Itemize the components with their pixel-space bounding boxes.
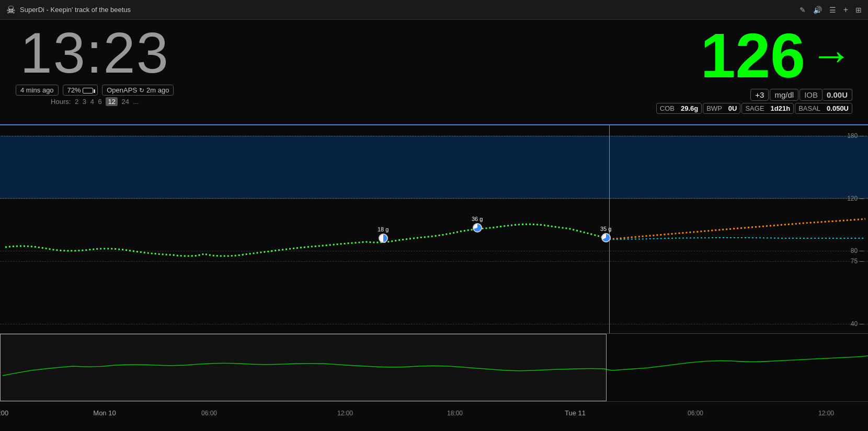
menu-icon[interactable]: ☰	[829, 6, 836, 14]
battery-icon	[83, 88, 93, 94]
meal-circle-36g	[473, 223, 482, 232]
glucose-delta: +3	[750, 89, 769, 101]
hours-3[interactable]: 3	[83, 98, 86, 106]
openaps-badge: OpenAPS ↻ 2m ago	[102, 85, 174, 96]
cob-metric: COB 29.6g	[656, 103, 702, 114]
app-icon: ☠	[6, 4, 16, 16]
iob-value: 0.00U	[823, 89, 852, 101]
glucose-pred-cyan	[609, 238, 865, 239]
minimap-window[interactable]	[0, 334, 607, 401]
hours-6[interactable]: 6	[98, 98, 102, 106]
meal-label-35g: 35 g	[600, 226, 611, 232]
meal-circle-35g	[601, 233, 611, 242]
grid-icon[interactable]: ⊞	[855, 6, 862, 14]
meal-label-36g: 36 g	[472, 216, 483, 222]
glucose-pred-orange	[609, 219, 865, 239]
hours-row: Hours: 2 3 4 6 12 24 ...	[51, 98, 139, 106]
x-label-12-1: 12:00	[337, 410, 353, 417]
top-divider	[0, 124, 868, 125]
hours-4[interactable]: 4	[90, 98, 94, 106]
right-header: 126 → +3 mg/dl IOB 0.00U COB 29.6g BWP 0…	[656, 24, 852, 114]
minimap	[0, 333, 868, 401]
x-label-18-2: 18:00	[447, 410, 463, 417]
glucose-arrow: →	[810, 34, 852, 76]
metrics-row: COB 29.6g BWP 0U SAGE 1d21h BASAL 0.050U	[656, 103, 852, 114]
glucose-display: 126 →	[701, 24, 852, 87]
header: 13:23 4 mins ago 72% OpenAPS ↻ 2m ago Ho…	[0, 20, 868, 124]
sage-metric: SAGE 1d21h	[741, 103, 794, 114]
meal-label-18g: 18 g	[378, 226, 389, 232]
hours-more[interactable]: ...	[133, 98, 139, 106]
last-reading-badge: 4 mins ago	[16, 85, 59, 96]
chart-container: 180 ─ 120 ─ 80 ─ 75 ─ 40 ─ 18 g 36 g	[0, 124, 868, 427]
bwp-metric: BWP 0U	[703, 103, 740, 114]
x-label-06-1: 06:00	[201, 410, 217, 417]
main-chart-svg	[0, 124, 868, 352]
hours-24[interactable]: 24	[121, 98, 129, 106]
x-label-18: 18:00	[0, 409, 8, 417]
glucose-value: 126	[701, 24, 805, 87]
x-label-06-2: 06:00	[688, 410, 703, 417]
hours-2[interactable]: 2	[75, 98, 78, 106]
left-header: 13:23 4 mins ago 72% OpenAPS ↻ 2m ago Ho…	[16, 24, 174, 106]
x-label-tue11: Tue 11	[565, 409, 586, 417]
battery-badge: 72%	[63, 85, 98, 96]
add-icon[interactable]: +	[843, 5, 848, 15]
meal-marker-18g: 18 g	[378, 226, 389, 243]
hours-12[interactable]: 12	[106, 97, 117, 106]
basal-metric: BASAL 0.050U	[795, 103, 852, 114]
x-axis: 18:00 Mon 10 06:00 12:00 18:00 Tue 11 06…	[0, 401, 868, 427]
window-controls: ✎ 🔊 ☰ + ⊞	[800, 5, 862, 15]
app-title: SuperDi - Keepin' track of the beetus	[20, 6, 131, 14]
meal-circle-18g	[379, 234, 388, 243]
glucose-line-past	[5, 224, 609, 256]
meal-marker-35g: 35 g	[600, 226, 611, 242]
stats-row: 4 mins ago 72% OpenAPS ↻ 2m ago	[16, 85, 174, 96]
edit-icon[interactable]: ✎	[800, 6, 806, 14]
volume-icon[interactable]: 🔊	[813, 6, 822, 14]
glucose-delta-row: +3 mg/dl IOB 0.00U	[750, 89, 852, 101]
meal-marker-36g: 36 g	[472, 216, 483, 232]
iob-label: IOB	[800, 89, 823, 101]
x-label-mon10: Mon 10	[93, 409, 116, 417]
glucose-unit: mg/dl	[770, 89, 798, 101]
titlebar: ☠ SuperDi - Keepin' track of the beetus …	[0, 0, 868, 20]
x-label-12-2: 12:00	[818, 410, 834, 417]
clock-display: 13:23	[20, 24, 169, 81]
